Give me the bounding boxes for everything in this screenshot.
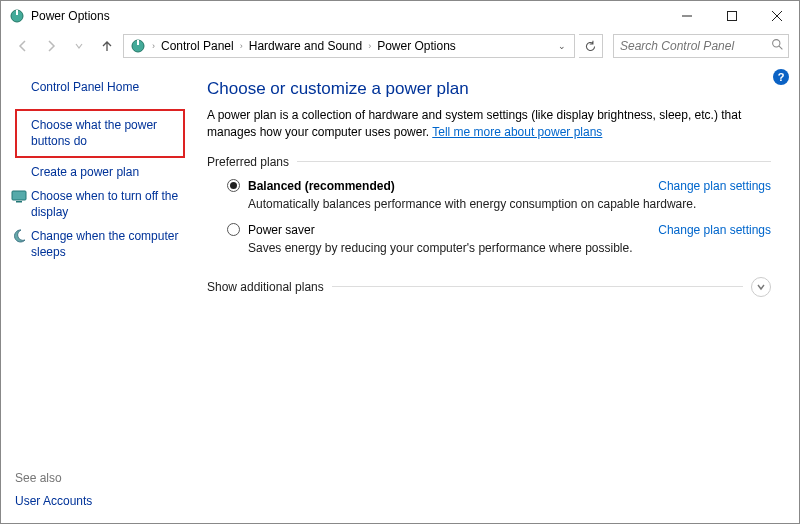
close-button[interactable] <box>754 1 799 31</box>
create-power-plan-link[interactable]: Create a power plan <box>15 160 185 184</box>
address-dropdown[interactable]: ⌄ <box>552 41 572 51</box>
up-button[interactable] <box>95 34 119 58</box>
back-button[interactable] <box>11 34 35 58</box>
forward-button[interactable] <box>39 34 63 58</box>
learn-more-link[interactable]: Tell me more about power plans <box>432 125 602 139</box>
preferred-plans-group: Preferred plans Balanced (recommended) C… <box>207 155 771 267</box>
breadcrumb-item[interactable]: Control Panel <box>157 39 238 53</box>
divider <box>297 161 771 162</box>
refresh-button[interactable] <box>579 34 603 58</box>
breadcrumb-item[interactable]: Hardware and Sound <box>245 39 366 53</box>
show-additional-label: Show additional plans <box>207 280 324 294</box>
control-panel-home-link[interactable]: Control Panel Home <box>15 75 185 99</box>
maximize-button[interactable] <box>709 1 754 31</box>
address-bar[interactable]: › Control Panel › Hardware and Sound › P… <box>123 34 575 58</box>
svg-line-9 <box>779 46 782 49</box>
titlebar: Power Options <box>1 1 799 31</box>
search-icon[interactable] <box>771 38 784 54</box>
svg-rect-7 <box>137 40 139 45</box>
balanced-change-settings-link[interactable]: Change plan settings <box>658 179 771 193</box>
svg-rect-10 <box>12 191 26 200</box>
main-panel: Choose or customize a power plan A power… <box>197 65 799 523</box>
minimize-button[interactable] <box>664 1 709 31</box>
plan-balanced: Balanced (recommended) Change plan setti… <box>207 179 771 223</box>
choose-power-buttons-link[interactable]: Choose what the power buttons do <box>15 109 185 157</box>
plan-power-saver: Power saver Change plan settings Saves e… <box>207 223 771 267</box>
power-saver-plan-name[interactable]: Power saver <box>248 223 658 237</box>
see-also-label: See also <box>15 467 185 489</box>
chevron-right-icon[interactable]: › <box>150 41 157 51</box>
sidebar: Control Panel Home Choose what the power… <box>1 65 197 523</box>
search-box[interactable] <box>613 34 789 58</box>
balanced-radio[interactable] <box>227 179 240 192</box>
navbar: › Control Panel › Hardware and Sound › P… <box>1 31 799 65</box>
chevron-right-icon[interactable]: › <box>366 41 373 51</box>
chevron-down-icon[interactable] <box>751 277 771 297</box>
balanced-plan-name[interactable]: Balanced (recommended) <box>248 179 658 193</box>
balanced-plan-desc: Automatically balances performance with … <box>227 193 771 211</box>
content: ? Control Panel Home Choose what the pow… <box>1 65 799 523</box>
power-saver-radio[interactable] <box>227 223 240 236</box>
page-heading: Choose or customize a power plan <box>207 79 771 99</box>
preferred-plans-label: Preferred plans <box>207 155 289 169</box>
show-additional-plans-row[interactable]: Show additional plans <box>207 277 771 297</box>
power-options-icon <box>130 38 146 54</box>
power-options-icon <box>9 8 25 24</box>
svg-rect-1 <box>16 10 18 15</box>
breadcrumb-item[interactable]: Power Options <box>373 39 460 53</box>
help-icon[interactable]: ? <box>773 69 789 85</box>
power-saver-change-settings-link[interactable]: Change plan settings <box>658 223 771 237</box>
divider <box>332 286 743 287</box>
svg-point-8 <box>773 40 780 47</box>
moon-icon <box>11 228 27 244</box>
page-description: A power plan is a collection of hardware… <box>207 107 771 141</box>
window-title: Power Options <box>31 9 664 23</box>
display-icon <box>11 188 27 204</box>
search-input[interactable] <box>620 39 771 53</box>
chevron-right-icon[interactable]: › <box>238 41 245 51</box>
power-saver-plan-desc: Saves energy by reducing your computer's… <box>227 237 771 255</box>
user-accounts-link[interactable]: User Accounts <box>15 489 185 513</box>
change-sleep-link[interactable]: Change when the computer sleeps <box>15 224 185 264</box>
window-controls <box>664 1 799 31</box>
turn-off-display-link[interactable]: Choose when to turn off the display <box>15 184 185 224</box>
recent-dropdown[interactable] <box>67 34 91 58</box>
svg-rect-3 <box>727 12 736 21</box>
svg-rect-11 <box>16 201 22 203</box>
